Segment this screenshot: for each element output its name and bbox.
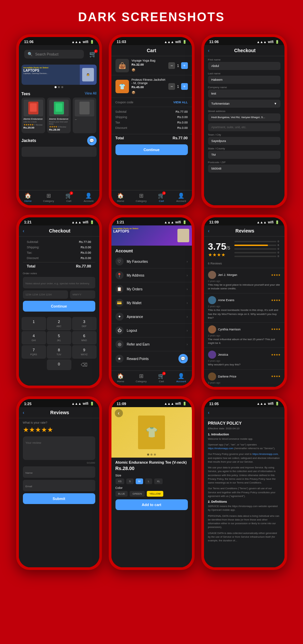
key-8[interactable]: 8TUV (47, 345, 71, 359)
size-xl[interactable]: XL (154, 478, 163, 484)
field-apt[interactable]: Apartment, suite, unit, etc. (208, 123, 280, 131)
checkout2-continue-btn[interactable]: Continue (23, 301, 95, 312)
email-field[interactable]: Email (23, 480, 95, 491)
nav-category[interactable]: ⊞ Category (43, 192, 54, 203)
product-sub-1: Like it's v-neck (24, 121, 43, 123)
nav-home-2[interactable]: 🏠 Home (117, 192, 124, 203)
privacy-text-5: Our Terms and Conditions ("Terms") gover… (208, 487, 280, 498)
search-bar[interactable]: 🔍 Search Product (24, 50, 84, 59)
chat-btn-acc[interactable]: 💬 (178, 354, 188, 363)
menu-favourites[interactable]: ♡ My Favourites › (111, 255, 192, 269)
discount-label: Discount (115, 126, 127, 130)
coupon-link[interactable]: VIEW ALL (173, 101, 188, 104)
nav-home[interactable]: 🏠 Home (25, 192, 32, 203)
bottom-nav-1: 🏠 Home ⊞ Category 🛒 2 Cart (19, 190, 99, 205)
nav-cart-label: Cart (66, 200, 71, 203)
menu-orders[interactable]: 📋 My Orders › (111, 282, 192, 296)
size-l[interactable]: L (145, 478, 152, 484)
nav-cat-2[interactable]: ⊞ Category (136, 192, 146, 203)
field-zip[interactable]: 560048 (208, 165, 280, 173)
jackets-btn[interactable]: 💬 (87, 136, 97, 145)
field-street[interactable]: Hodi Bungalow, Ved Rd, Variyavi Bhagol, … (208, 113, 280, 121)
color-green[interactable]: GREEN (130, 491, 144, 497)
signal-6: ▲▲▲ (257, 220, 267, 224)
coupon-placeholder[interactable]: Coupon code (115, 101, 134, 104)
key-9[interactable]: 9WXYZ (72, 345, 97, 359)
menu-wallet[interactable]: 💳 My Wallet › (111, 296, 192, 310)
review-textarea[interactable]: Your review (23, 436, 95, 460)
write-review-header: ‹ Reviews (19, 407, 99, 418)
menu-logout[interactable]: ⏻ Logout › (111, 324, 192, 337)
back-btn-product[interactable]: ‹ (115, 409, 123, 417)
add-to-cart-btn[interactable]: Add to cart (115, 499, 188, 510)
product-item-1[interactable]: Atomic Endurance Like it's v-neck ★★★★★ … (22, 98, 45, 133)
card-number-field[interactable]: 1234 1234 1234 1234 (23, 290, 68, 299)
time-6: 11:09 (209, 220, 219, 224)
field-label-street: Street address (208, 110, 280, 113)
cart-badge-2: 2 (162, 191, 166, 195)
size-xs[interactable]: XS (115, 478, 125, 484)
key-1[interactable]: 1 (22, 317, 46, 330)
nav-cart[interactable]: 🛒 2 Cart (65, 192, 72, 203)
qty-plus-1[interactable]: + (181, 62, 188, 69)
key-3[interactable]: 3DEF (72, 317, 97, 330)
key-5[interactable]: 5JKL (47, 331, 71, 345)
field-company[interactable]: test (208, 90, 280, 98)
chat-icon: 💬 (89, 138, 94, 143)
big-rating: 3.75/5 (208, 241, 230, 252)
product-item-2[interactable]: Atomic Endurance Reach your limit and ke… (47, 98, 71, 133)
size-m[interactable]: M (136, 478, 143, 484)
continue-btn[interactable]: Continue (115, 144, 188, 155)
banner-sub: Laptops, Gaming Devices... (24, 72, 78, 74)
privacy-link-2[interactable]: https://imstoreapp.com (252, 453, 278, 456)
jackets-header: Jackets 💬 (19, 133, 99, 147)
nav-cart-2[interactable]: 🛒 2 Cart (158, 192, 165, 203)
nav-cart-5[interactable]: 🛒 2 Cart (158, 373, 165, 383)
key-4[interactable]: 4GHI (22, 331, 46, 345)
nav-account[interactable]: 👤 Account (84, 192, 94, 203)
size-s[interactable]: S (126, 478, 133, 484)
cart-badge-5: 2 (162, 372, 166, 375)
time-8: 11:09 (117, 402, 126, 406)
phone-checkout: 11:06 ▲▲▲ wifi 🔋 ‹ Checkout First name A… (201, 34, 287, 208)
subtotal-value: Rs.77.00 (175, 110, 188, 113)
field-last-name[interactable]: Hakeem (208, 76, 280, 84)
menu-appearance[interactable]: ✦ Apearance › (111, 310, 192, 324)
nav-cat-5[interactable]: ⊞ Category (136, 373, 146, 383)
key-7[interactable]: 7PQRS (22, 345, 46, 359)
privacy-link-1[interactable]: https://imstoreapp.com (208, 447, 234, 450)
c2-total-label: Total (27, 264, 35, 268)
key-delete[interactable]: ⌫ (72, 359, 97, 370)
nav-acc-2[interactable]: 👤 Account (176, 192, 186, 203)
cart-icon-btn[interactable]: 🛒 2 (89, 50, 97, 58)
menu-refer[interactable]: ◎ Refer and Earn › (111, 337, 192, 351)
tax-row: Tax Rs.0.00 (111, 120, 192, 125)
order-notes-input[interactable]: Notes about your order, e.g. special not… (23, 277, 95, 288)
nav-acc-5[interactable]: 👤 Account (176, 373, 186, 383)
stars-input[interactable]: ★★★★★ (23, 426, 95, 434)
card-expiry-field[interactable]: MM/YY (70, 290, 95, 299)
nav-home-5[interactable]: 🏠 Home (117, 373, 124, 383)
tees-view-all[interactable]: View All (85, 92, 97, 96)
field-state[interactable]: TM (208, 151, 280, 159)
signal-3: ▲▲▲ (257, 40, 267, 44)
field-city[interactable]: Sayedpura (208, 137, 280, 145)
submit-btn[interactable]: Submit (23, 493, 95, 504)
field-country[interactable]: Turkmenistan ▼ (208, 100, 280, 108)
menu-rewards[interactable]: ★ Reward Points 💬 (111, 351, 192, 366)
key-0[interactable]: 0 (47, 359, 71, 370)
qty-minus-1[interactable]: − (168, 62, 175, 69)
key-2[interactable]: 2ABC (47, 317, 71, 330)
product-item-3[interactable]: ... (73, 98, 96, 133)
qty-minus-2[interactable]: − (168, 83, 175, 90)
color-blue[interactable]: BLUE (115, 491, 128, 497)
menu-address[interactable]: 📍 My Address › (111, 269, 192, 282)
name-field[interactable]: Name (23, 466, 95, 478)
refer-icon: ◎ (115, 340, 124, 348)
qty-plus-2[interactable]: + (181, 83, 188, 90)
color-yellow[interactable]: YELLOW (147, 491, 163, 497)
key-6[interactable]: 6MNO (72, 331, 97, 345)
phone-account: 1:21 ▲▲▲ wifi 🔋 Incredible Deals on Sele… (109, 215, 195, 390)
field-first-name[interactable]: Abdul (208, 62, 280, 70)
big-rating-container: 3.75/5 ★★★★ (208, 241, 230, 257)
